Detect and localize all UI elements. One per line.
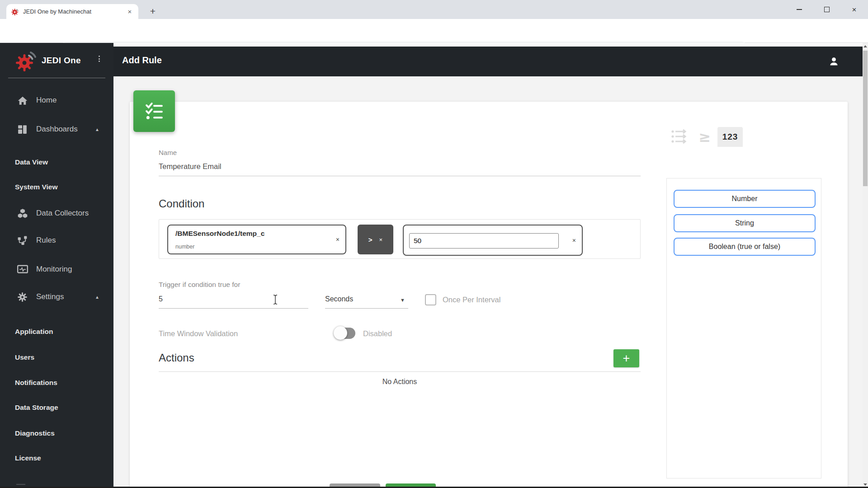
sidebar-item-home[interactable]: Home bbox=[0, 91, 113, 111]
sidebar-item-label: Notifications bbox=[15, 379, 57, 387]
scroll-up-icon[interactable] bbox=[863, 43, 868, 50]
remove-field-icon[interactable]: × bbox=[336, 236, 340, 243]
sidebar-divider bbox=[8, 78, 105, 78]
value-palette-panel: NumberStringBoolean (true or false) bbox=[666, 178, 821, 479]
condition-box: /BMESensorNode1/temp_c number × > × 50 × bbox=[159, 219, 641, 259]
remove-value-icon[interactable]: × bbox=[572, 237, 576, 244]
sidebar-menu-icon[interactable] bbox=[99, 56, 100, 62]
numeric-123-icon: 123 bbox=[722, 132, 738, 142]
time-window-label: Time Window Validation bbox=[159, 329, 238, 338]
tab-close-icon[interactable]: × bbox=[126, 8, 134, 15]
once-per-interval-label: Once Per Interval bbox=[443, 296, 500, 304]
sidebar-item-application[interactable]: Application bbox=[0, 322, 113, 342]
once-per-interval-checkbox[interactable] bbox=[425, 294, 436, 305]
cubes-icon bbox=[17, 208, 28, 220]
home-icon bbox=[17, 95, 28, 107]
sidebar-item-diagnostics[interactable]: Diagnostics bbox=[0, 424, 113, 444]
sidebar-item-label: Monitoring bbox=[36, 265, 72, 274]
sidebar-item-label: Data View bbox=[15, 158, 48, 166]
page-title: Add Rule bbox=[122, 55, 162, 66]
sidebar-item-dashboards[interactable]: Dashboards▲ bbox=[0, 120, 113, 140]
trigger-duration-input[interactable]: 5 bbox=[159, 295, 163, 303]
name-label: Name bbox=[159, 149, 177, 156]
minimize-icon bbox=[797, 9, 802, 10]
brand-row: JEDI One bbox=[0, 49, 113, 74]
sidebar-item-label: Data Storage bbox=[15, 404, 58, 412]
sidebar-item-label: Home bbox=[36, 96, 57, 105]
dashboards-icon bbox=[17, 124, 28, 136]
cancel-button[interactable] bbox=[330, 483, 380, 487]
condition-field-path: /BMESensorNode1/temp_c bbox=[175, 230, 264, 238]
jedi-logo-icon bbox=[14, 50, 36, 74]
actions-heading: Actions bbox=[159, 352, 194, 364]
sidebar-item-label: Data Collectors bbox=[36, 209, 89, 218]
rules-icon bbox=[17, 235, 28, 247]
sidebar-item-label: License bbox=[15, 454, 41, 462]
name-input[interactable]: Temperature Email bbox=[159, 162, 221, 171]
sidebar-item-label: Settings bbox=[36, 292, 64, 301]
minimize-button[interactable] bbox=[785, 0, 813, 19]
palette-button-number[interactable]: Number bbox=[674, 190, 816, 208]
sidebar-item-data-collectors[interactable]: Data Collectors bbox=[0, 204, 113, 224]
sidebar-item-settings[interactable]: Settings▲ bbox=[0, 287, 113, 307]
time-window-toggle[interactable] bbox=[335, 328, 355, 339]
checklist-icon bbox=[142, 99, 166, 123]
condition-value-input[interactable]: 50 bbox=[409, 233, 559, 249]
remove-operator-icon[interactable]: × bbox=[379, 236, 383, 243]
save-button[interactable] bbox=[386, 483, 436, 487]
sidebar-item-system-view[interactable]: System View bbox=[0, 178, 113, 197]
page-scrollbar[interactable] bbox=[863, 43, 868, 488]
browser-titlebar: JEDI One by Machinechat × + × bbox=[0, 0, 868, 19]
time-window-state: Disabled bbox=[363, 329, 392, 338]
tab-comparison[interactable]: ≥ bbox=[695, 127, 715, 146]
maximize-icon bbox=[824, 7, 830, 12]
trigger-unit-select[interactable]: Seconds bbox=[325, 295, 353, 303]
maximize-button[interactable] bbox=[813, 0, 840, 19]
user-icon[interactable] bbox=[828, 55, 840, 67]
close-button[interactable]: × bbox=[840, 0, 868, 19]
tab-values[interactable]: 123 bbox=[717, 127, 743, 147]
sidebar-item-notifications[interactable]: Notifications bbox=[0, 373, 113, 393]
condition-operator-button[interactable]: > × bbox=[358, 225, 393, 254]
sidebar-item-license[interactable]: License bbox=[0, 449, 113, 469]
text-cursor-icon bbox=[273, 294, 278, 307]
palette-button-string[interactable]: String bbox=[674, 214, 816, 232]
sidebar-item-rules[interactable]: Rules bbox=[0, 231, 113, 251]
browser-tab[interactable]: JEDI One by Machinechat × bbox=[6, 4, 138, 19]
sidebar-item-label: System View bbox=[15, 183, 58, 191]
main-content: Add Rule Name Temperature Email bbox=[113, 43, 863, 487]
no-actions-text: No Actions bbox=[159, 378, 641, 386]
sidebar-item-label: Dashboards bbox=[36, 125, 78, 134]
tab-title: JEDI One by Machinechat bbox=[23, 8, 122, 15]
rule-icon-badge bbox=[133, 90, 175, 132]
new-tab-button[interactable]: + bbox=[146, 5, 159, 18]
caret-down-icon[interactable]: ▼ bbox=[400, 297, 405, 303]
sidebar-item-data-view[interactable]: Data View bbox=[0, 153, 113, 173]
streams-list-icon bbox=[671, 129, 689, 145]
sidebar-item-label: Users bbox=[15, 353, 34, 361]
trigger-label: Trigger if condition true for bbox=[159, 281, 240, 289]
sidebar-item-users[interactable]: Users bbox=[0, 348, 113, 368]
monitoring-icon bbox=[17, 264, 28, 276]
add-action-button[interactable]: + bbox=[613, 349, 639, 367]
sidebar-item-label: Rules bbox=[36, 236, 56, 245]
scrollbar-thumb[interactable] bbox=[863, 51, 868, 186]
app-header: Add Rule bbox=[113, 47, 863, 76]
sidebar-cutoff-item bbox=[16, 484, 25, 485]
palette-button-boolean[interactable]: Boolean (true or false) bbox=[674, 238, 816, 256]
sidebar-item-data-storage[interactable]: Data Storage bbox=[0, 398, 113, 418]
browser-toolbar: Not secure 192.168.1.204:9123/rulebuilde… bbox=[0, 19, 868, 43]
close-icon: × bbox=[852, 6, 857, 14]
sidebar-item-label: Diagnostics bbox=[15, 429, 55, 437]
brand-name: JEDI One bbox=[42, 56, 81, 66]
condition-value-chip: 50 × bbox=[403, 225, 583, 256]
operator-symbol: > bbox=[368, 236, 373, 244]
sidebar-item-monitoring[interactable]: Monitoring bbox=[0, 260, 113, 280]
condition-field-type: number bbox=[175, 244, 194, 250]
caret-up-icon: ▲ bbox=[95, 295, 99, 300]
sidebar: JEDI One HomeDashboards▲Data ViewSystem … bbox=[0, 43, 113, 487]
condition-field-chip[interactable]: /BMESensorNode1/temp_c number × bbox=[167, 225, 346, 254]
tab-streams[interactable] bbox=[670, 127, 690, 146]
gear-icon bbox=[17, 291, 28, 303]
caret-up-icon: ▲ bbox=[95, 127, 99, 132]
